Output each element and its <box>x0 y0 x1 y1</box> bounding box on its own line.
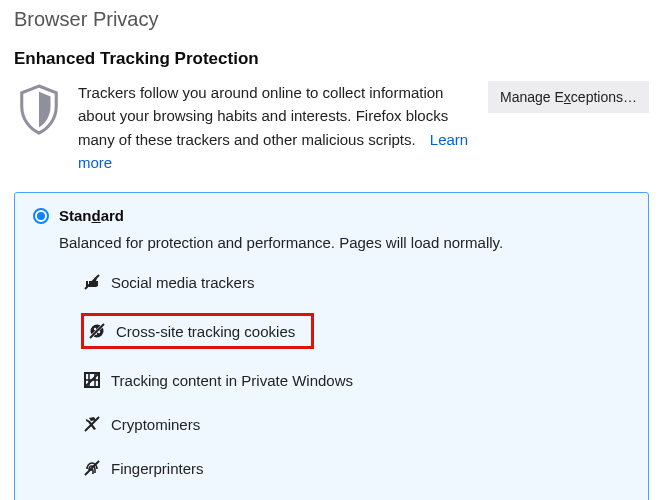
fingerprint-slash-icon <box>83 459 101 477</box>
fence-slash-icon <box>83 371 101 389</box>
tracker-list: Social media trackers Cross-site trackin… <box>81 269 630 481</box>
tracker-label: Tracking content in Private Windows <box>111 372 353 389</box>
tracker-label: Cryptominers <box>111 416 200 433</box>
etp-intro-row: Trackers follow you around online to col… <box>14 81 649 174</box>
standard-description: Balanced for protection and performance.… <box>59 234 630 251</box>
svg-point-2 <box>94 328 96 330</box>
tracker-item-cryptominers: Cryptominers <box>81 411 206 437</box>
tracker-item-fingerprinters: Fingerprinters <box>81 455 210 481</box>
cookie-slash-icon <box>88 322 106 340</box>
tracker-item-content: Tracking content in Private Windows <box>81 367 359 393</box>
tracker-item-cookies: Cross-site tracking cookies <box>81 313 314 349</box>
tracker-label: Cross-site tracking cookies <box>116 323 295 340</box>
thumb-slash-icon <box>83 273 101 291</box>
etp-intro-text: Trackers follow you around online to col… <box>78 81 474 174</box>
standard-radio[interactable] <box>33 208 49 224</box>
etp-intro-body: Trackers follow you around online to col… <box>78 84 448 148</box>
pick-slash-icon <box>83 415 101 433</box>
tracker-label: Fingerprinters <box>111 460 204 477</box>
shield-icon <box>14 81 64 139</box>
page-title: Browser Privacy <box>14 8 649 31</box>
tracker-item-social: Social media trackers <box>81 269 260 295</box>
etp-section-title: Enhanced Tracking Protection <box>14 49 649 69</box>
tracker-label: Social media trackers <box>111 274 254 291</box>
manage-exceptions-button[interactable]: Manage Exceptions… <box>488 81 649 113</box>
etp-standard-card: Standard Balanced for protection and per… <box>14 192 649 500</box>
standard-label: Standard <box>59 207 124 224</box>
